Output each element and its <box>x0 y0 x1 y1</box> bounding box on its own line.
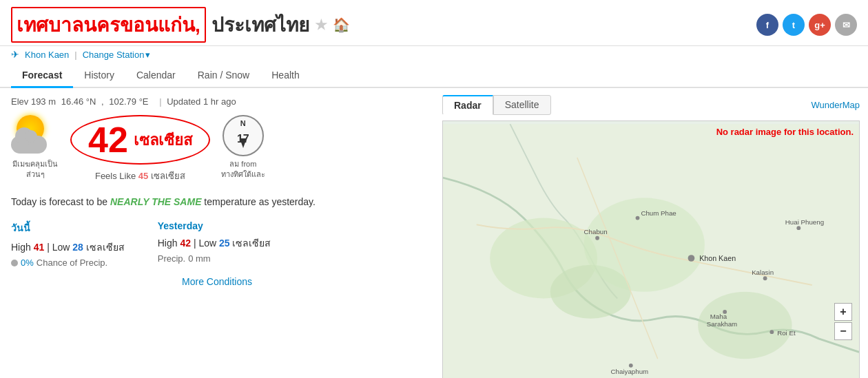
today-precip: 0% Chance of Precip. <box>11 258 125 268</box>
map-tabs-header: Radar Satellite WunderMap <box>442 95 860 115</box>
more-conditions-section: More Conditions <box>11 276 423 287</box>
tab-health[interactable]: Health <box>260 64 310 88</box>
latitude: 16.46 °N <box>61 96 96 107</box>
wind-label-line2: ทางทิศใต้และ <box>221 170 265 178</box>
googleplus-button[interactable]: g+ <box>809 14 831 36</box>
today-hi-lo: High 41 | Low 28 เซลเซียส <box>11 240 125 255</box>
longitude: 102.79 °E <box>109 96 148 107</box>
updated-time: Updated 1 hr ago <box>167 96 236 107</box>
feels-like-label: Feels Like <box>95 171 136 181</box>
svg-point-16 <box>769 330 774 334</box>
map-zoom-controls: + − <box>834 303 852 340</box>
temperature-circle: 42 เซลเซียส <box>70 115 210 165</box>
tab-forecast[interactable]: Forecast <box>11 64 73 88</box>
today-separator: | <box>47 242 52 253</box>
forecast-suffix: temperature as yesterday. <box>204 196 316 207</box>
zoom-out-button[interactable]: − <box>834 322 852 340</box>
weather-desc-line2: ส่วนๆ <box>26 170 45 178</box>
wundermap-link[interactable]: WunderMap <box>811 100 860 110</box>
map-tab-radar[interactable]: Radar <box>442 95 493 115</box>
today-precip-label: Chance of Precip. <box>37 258 107 268</box>
today-label: วันนี้ <box>11 220 125 235</box>
wind-container: N 17 ลม from ทางทิศใต้และ <box>221 115 265 180</box>
svg-text:Maha: Maha <box>710 313 727 320</box>
change-station-label: Change Station <box>83 50 145 60</box>
today-unit: เซลเซียส <box>86 242 125 253</box>
yesterday-hi-lo: High 42 | Low 25 เซลเซียส <box>158 235 271 251</box>
wind-label-line1: ลม from <box>229 160 256 168</box>
temperature-value: 42 <box>88 122 128 158</box>
temperature-unit: เซลเซียส <box>134 128 192 152</box>
svg-point-7 <box>595 236 599 240</box>
map-tab-satellite[interactable]: Satellite <box>493 95 551 115</box>
forecast-prefix: Today is forecast to be <box>11 196 107 207</box>
today-precip-pct: 0% <box>21 258 34 268</box>
today-high-value: 41 <box>34 242 45 253</box>
cloud-shape <box>11 136 47 154</box>
svg-text:Chabun: Chabun <box>584 228 608 235</box>
yesterday-unit: เซลเซียส <box>232 238 271 249</box>
svg-point-5 <box>688 255 695 262</box>
nav-tabs: Forecast History Calendar Rain / Snow He… <box>0 64 868 88</box>
email-button[interactable]: ✉ <box>835 14 857 36</box>
yesterday-precip: Precip. 0 mm <box>158 253 271 264</box>
page-header: เทศบาลนครขอนแก่น, ประเทศไทย ★ 🏠 f t g+ ✉ <box>0 0 868 46</box>
right-panel: Radar Satellite WunderMap No radar image… <box>434 88 868 378</box>
home-icon[interactable]: 🏠 <box>333 17 350 33</box>
svg-text:Kalasin: Kalasin <box>752 269 774 276</box>
feels-like-unit: เซลเซียส <box>151 171 185 181</box>
city-title: เทศบาลนครขอนแก่น, ประเทศไทย ★ 🏠 <box>11 7 350 43</box>
main-content: Elev 193 m 16.46 °N , 102.79 °E | Update… <box>0 88 868 378</box>
tab-calendar[interactable]: Calendar <box>125 64 187 88</box>
feels-like-value: 45 <box>138 171 148 181</box>
today-low-label: Low <box>52 242 70 253</box>
weather-description: มีเมฆคลุมเป็น ส่วนๆ <box>12 159 58 180</box>
weather-desc-line1: มีเมฆคลุมเป็น <box>12 160 58 168</box>
compass-north: N <box>240 119 246 127</box>
conditions-row: วันนี้ High 41 | Low 28 เซลเซียส 0% Chan… <box>11 220 423 268</box>
left-panel: Elev 193 m 16.46 °N , 102.79 °E | Update… <box>0 88 434 378</box>
precip-dot-icon <box>11 260 18 266</box>
forecast-highlight: NEARLY THE SAME <box>110 196 202 207</box>
forecast-text: Today is forecast to be NEARLY THE SAME … <box>11 194 423 209</box>
svg-text:Huai Phueng: Huai Phueng <box>785 218 824 226</box>
twitter-button[interactable]: t <box>783 14 805 36</box>
info-separator: | <box>159 96 161 107</box>
facebook-button[interactable]: f <box>756 14 778 36</box>
tab-history[interactable]: History <box>73 64 125 88</box>
favorite-star-icon[interactable]: ★ <box>315 17 327 33</box>
city-name-thai: เทศบาลนครขอนแก่น, <box>11 7 206 43</box>
sun-cloud-icon <box>11 115 59 156</box>
today-high-label: High <box>11 242 31 253</box>
svg-text:Khon Kaen: Khon Kaen <box>699 254 736 262</box>
svg-point-20 <box>796 226 800 230</box>
more-conditions-link[interactable]: More Conditions <box>182 276 252 287</box>
yesterday-conditions: Yesterday High 42 | Low 25 เซลเซียส Prec… <box>158 220 271 268</box>
wind-label: ลม from ทางทิศใต้และ <box>221 159 265 180</box>
longitude-sep: , <box>101 96 104 107</box>
yesterday-low-value: 25 <box>219 238 230 249</box>
yesterday-precip-value: 0 mm <box>188 253 211 264</box>
svg-text:Chaiyaphum: Chaiyaphum <box>611 368 649 375</box>
social-icons: f t g+ ✉ <box>756 14 857 36</box>
yesterday-high-value: 42 <box>180 238 191 249</box>
weather-icon-container: มีเมฆคลุมเป็น ส่วนๆ <box>11 115 59 180</box>
separator: | <box>74 50 76 60</box>
change-station-link[interactable]: Change Station ▾ <box>83 50 151 60</box>
wind-compass: N 17 <box>223 115 264 156</box>
map-svg: Khon Kaen Chabun Chum Phae Kalasin Maha … <box>443 121 859 378</box>
yesterday-low-label: Low <box>198 238 216 249</box>
svg-text:Roi Et: Roi Et <box>777 329 796 337</box>
no-radar-message: No radar image for this location. <box>716 127 854 137</box>
svg-point-9 <box>636 216 640 220</box>
zoom-in-button[interactable]: + <box>834 303 852 321</box>
map-tab-group: Radar Satellite <box>442 95 551 115</box>
sub-header: ✈ Khon Kaen | Change Station ▾ <box>0 46 868 64</box>
plane-icon: ✈ <box>11 49 19 60</box>
svg-point-11 <box>763 276 767 280</box>
feels-like: Feels Like 45 เซลเซียส <box>95 169 185 183</box>
tab-rain-snow[interactable]: Rain / Snow <box>187 64 260 88</box>
yesterday-precip-label: Precip. <box>158 253 185 264</box>
location-info: Elev 193 m 16.46 °N , 102.79 °E | Update… <box>11 96 423 107</box>
today-low-value: 28 <box>72 242 83 253</box>
